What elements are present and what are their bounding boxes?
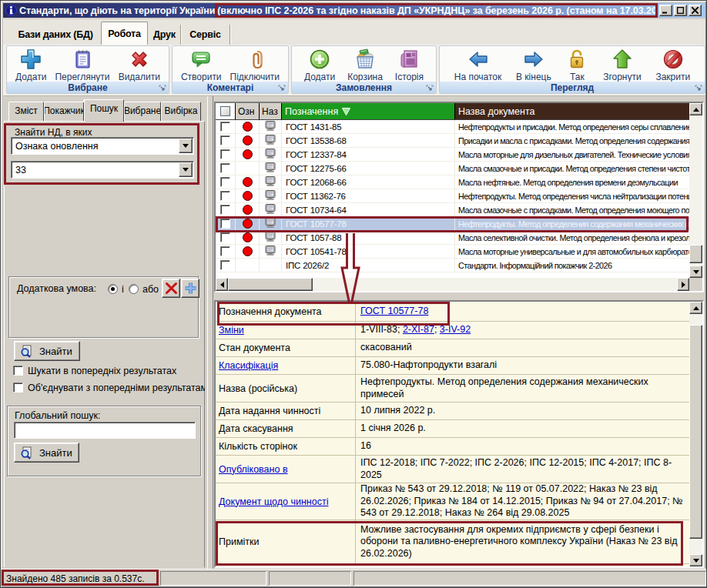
scroll-right-button[interactable]	[677, 278, 689, 291]
row-checkbox[interactable]	[220, 177, 230, 187]
red-dot-icon	[243, 232, 253, 242]
detail-value-text: Можливе застосування для окремих підприє…	[360, 524, 685, 560]
dialog-launcher-icon[interactable]	[695, 84, 702, 92]
row-checkbox[interactable]	[220, 122, 230, 132]
table-row-6[interactable]: ГОСТ 11362-76Нефтепродукты. Метод опреде…	[216, 189, 689, 203]
merge-previous-checkbox[interactable]	[13, 383, 23, 393]
detail-label-link[interactable]: Опубліковано в	[219, 464, 288, 475]
row-checkbox[interactable]	[220, 260, 230, 270]
ribbon-button-створити[interactable]: Створити	[181, 46, 222, 82]
row-checkbox[interactable]	[220, 149, 230, 159]
ribbon-button-на початок[interactable]: На початок	[454, 46, 502, 82]
find-button[interactable]: Знайти	[14, 341, 80, 361]
row-checkbox[interactable]	[220, 135, 230, 145]
ribbon-button-закрити[interactable]: Закрити	[655, 46, 690, 82]
table-row-1[interactable]: ГОСТ 1431-85Нефтепродукты и присадки. Ме…	[216, 120, 689, 134]
search-field-dropdown-button[interactable]	[179, 139, 193, 153]
table-row-8[interactable]: ГОСТ 10577-78Нефтепродукты. Метод опреде…	[216, 217, 689, 231]
dialog-launcher-icon[interactable]	[159, 84, 166, 92]
table-row-3[interactable]: ГОСТ 12337-84Масла моторные для дизельны…	[216, 148, 689, 162]
detail-value: 16	[356, 438, 689, 455]
detail-label-link[interactable]: Документ щодо чинності	[219, 496, 328, 507]
table-row-11[interactable]: ІПС 2026/2Стандарти. Інформаційний покаж…	[216, 259, 689, 272]
scroll-down-button[interactable]	[689, 266, 702, 278]
row-checkbox[interactable]	[220, 163, 230, 173]
row-checkbox[interactable]	[220, 219, 230, 229]
add-condition-button[interactable]	[181, 279, 199, 298]
global-find-button[interactable]: Знайти	[14, 443, 79, 463]
menu-tab-3[interactable]: Друк	[149, 25, 181, 45]
row-checkbox[interactable]	[220, 191, 230, 201]
row-checkbox[interactable]	[220, 205, 230, 215]
table-vertical-scrollbar[interactable]	[689, 103, 702, 278]
detail-label-link[interactable]: Класифікація	[219, 360, 278, 371]
search-previous-checkbox[interactable]	[13, 366, 23, 376]
row-checkbox[interactable]	[220, 232, 230, 242]
ribbon-button-історія[interactable]: Історія	[395, 46, 424, 82]
left-tab-1[interactable]: Зміст	[8, 102, 44, 121]
document-code: ГОСТ 10541-78	[286, 247, 347, 256]
table-row-10[interactable]: ГОСТ 10541-78Масла моторные универсальны…	[216, 245, 689, 259]
detail-label-link[interactable]: Зміни	[219, 325, 244, 336]
minimize-button[interactable]	[659, 5, 672, 16]
ribbon-button-корзина[interactable]: Корзина	[347, 46, 383, 82]
detail-label-text: Позначення документа	[219, 306, 322, 317]
ribbon-button-додати[interactable]: Додати	[15, 46, 46, 82]
select-all-header-cell[interactable]	[216, 103, 236, 120]
table-row-7[interactable]: ГОСТ 10734-64Масла смазочные с присадкам…	[216, 203, 689, 217]
table-horizontal-scrollbar[interactable]	[216, 278, 689, 291]
name-column-header[interactable]: Назва документа	[455, 103, 689, 120]
mark-column-header[interactable]: Озн	[236, 103, 260, 120]
ribbon-button-видалити[interactable]: Видалити	[119, 46, 160, 82]
menu-tab-2[interactable]: Робота	[101, 22, 148, 45]
menu-tab-1[interactable]: Бази даних (БД)	[10, 25, 102, 45]
radio-or[interactable]	[129, 284, 139, 294]
computer-icon	[265, 176, 276, 189]
details-scroll-up-button[interactable]	[689, 302, 702, 314]
ribbon-button-підключити[interactable]: Підключити	[230, 46, 280, 82]
global-search-input[interactable]	[14, 422, 196, 439]
search-value-dropdown-button[interactable]	[179, 162, 193, 177]
details-vscroll-thumb[interactable]	[689, 325, 702, 539]
table-row-5[interactable]: ГОСТ 12068-66Масла нефтяные. Метод опред…	[216, 175, 689, 189]
dialog-launcher-icon[interactable]	[426, 84, 434, 92]
radio-and[interactable]	[108, 284, 118, 294]
search-field-combobox[interactable]: Ознака оновлення	[11, 137, 194, 155]
row-checkbox[interactable]	[220, 246, 230, 256]
detail-value-link[interactable]: ГОСТ 10577-78	[360, 306, 428, 316]
computer-icon	[265, 190, 276, 202]
left-tab-5[interactable]: Вибірка	[161, 102, 201, 121]
code-column-header[interactable]: Позначення	[282, 103, 455, 120]
table-row-2[interactable]: ГОСТ 13538-68Присадки и масла с присадка…	[216, 134, 689, 148]
doc-column-header[interactable]: Наз	[260, 103, 282, 120]
table-row-4[interactable]: ГОСТ 12275-66Масла смазочные и присадки.…	[216, 162, 689, 175]
detail-value-link[interactable]: 2-XI-87	[403, 324, 434, 335]
ribbon-button-згорнути[interactable]: Згорнути	[603, 46, 642, 82]
maximize-button[interactable]	[674, 5, 687, 16]
ribbon-button-так[interactable]: Так	[565, 46, 588, 82]
scroll-up-button[interactable]	[689, 103, 702, 115]
remove-condition-button[interactable]	[162, 279, 180, 298]
left-tab-3[interactable]: Пошук	[84, 99, 124, 122]
details-vertical-scrollbar[interactable]	[689, 302, 702, 566]
left-tab-4[interactable]: Вибране	[124, 102, 161, 121]
scroll-left-button[interactable]	[216, 278, 228, 291]
table-hscroll-thumb[interactable]	[228, 278, 313, 291]
detail-value-part: 1-VIII-83;	[360, 324, 403, 335]
dialog-launcher-icon[interactable]	[278, 84, 286, 92]
search-value-combobox[interactable]: 33	[11, 161, 194, 179]
details-scroll-down-button[interactable]	[689, 554, 702, 566]
panel-splitter[interactable]	[207, 96, 213, 569]
close-button[interactable]	[689, 5, 702, 16]
left-tab-2[interactable]: Покажчик	[44, 102, 84, 121]
ribbon-group-title: Замовлення	[336, 82, 392, 93]
menu-tab-4[interactable]: Сервіс	[181, 25, 230, 45]
ribbon-button-в кінець[interactable]: В кінець	[516, 46, 551, 82]
table-vscroll-thumb[interactable]	[689, 245, 702, 263]
add-circle-icon	[308, 48, 331, 71]
detail-value-link[interactable]: 3-IV-92	[440, 324, 471, 335]
ribbon-button-переглянути[interactable]: Переглянути	[55, 46, 109, 82]
ribbon-button-додати[interactable]: Додати	[304, 46, 335, 82]
table-row-9[interactable]: ГОСТ 1057-88Масла селективной очистки. М…	[216, 231, 689, 245]
header-checkbox[interactable]	[220, 106, 230, 116]
